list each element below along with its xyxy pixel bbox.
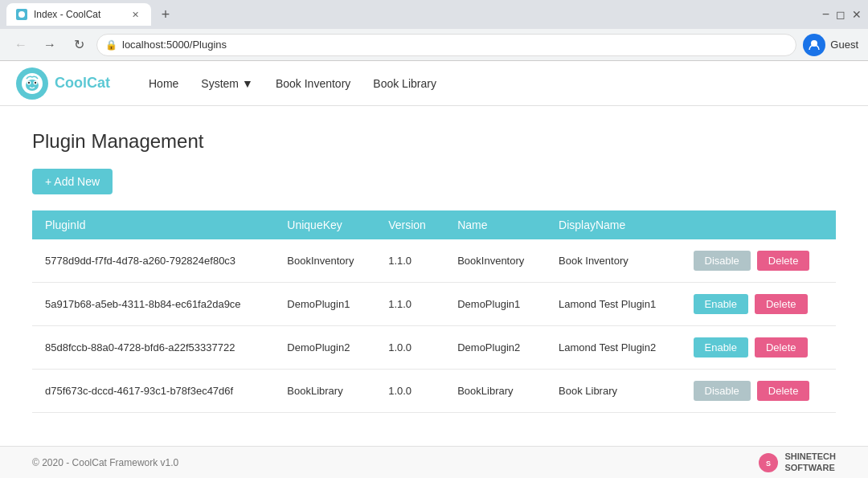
- nav-system[interactable]: System ▼: [191, 72, 263, 95]
- svg-point-0: [18, 11, 25, 18]
- enable-button[interactable]: Enable: [694, 294, 748, 314]
- url-text: localhost:5000/Plugins: [122, 39, 788, 51]
- app-navbar: CoolCat Home System ▼ Book Inventory Boo…: [0, 61, 868, 106]
- window-minimize-button[interactable]: −: [822, 8, 829, 21]
- tab-title: Index - CoolCat: [34, 9, 100, 20]
- cell-unique-key: DemoPlugin2: [274, 326, 375, 370]
- plugin-table: PluginId UniqueKey Version Name DisplayN…: [32, 210, 836, 413]
- cell-display-name: Lamond Test Plugin1: [546, 283, 680, 326]
- back-button[interactable]: ←: [10, 34, 32, 56]
- cell-name: BookInventory: [444, 239, 546, 283]
- cell-version: 1.1.0: [375, 239, 444, 283]
- nav-home[interactable]: Home: [139, 72, 188, 95]
- footer-brand: S SHINETECH SOFTWARE: [759, 451, 836, 472]
- cell-plugin-id: 5a917b68-a5eb-4311-8b84-ec61fa2da9ce: [32, 283, 274, 326]
- cell-version: 1.0.0: [375, 370, 444, 413]
- cell-version: 1.1.0: [375, 283, 444, 326]
- window-maximize-button[interactable]: ◻: [836, 9, 845, 20]
- brand-logo: [16, 67, 48, 100]
- enable-button[interactable]: Enable: [694, 337, 748, 357]
- cell-version: 1.0.0: [375, 326, 444, 370]
- nav-links: Home System ▼ Book Inventory Book Librar…: [139, 72, 446, 95]
- svg-point-6: [28, 81, 30, 83]
- new-tab-button[interactable]: +: [154, 3, 177, 26]
- delete-button[interactable]: Delete: [757, 381, 810, 401]
- tab-favicon: [16, 9, 27, 20]
- page-title: Plugin Management: [32, 130, 836, 153]
- cell-unique-key: BookInventory: [274, 239, 375, 283]
- delete-button[interactable]: Delete: [757, 251, 810, 271]
- table-row: 5a917b68-a5eb-4311-8b84-ec61fa2da9ce Dem…: [32, 283, 836, 326]
- disable-button[interactable]: Disable: [694, 381, 751, 401]
- cell-plugin-id: d75f673c-dccd-4617-93c1-b78f3ec47d6f: [32, 370, 274, 413]
- cell-name: BookLibrary: [444, 370, 546, 413]
- nav-book-inventory[interactable]: Book Inventory: [266, 72, 360, 95]
- cell-display-name: Book Library: [546, 370, 680, 413]
- brand: CoolCat: [16, 67, 110, 100]
- cell-actions: Enable Delete: [681, 326, 837, 370]
- tab-close-button[interactable]: ✕: [129, 8, 141, 21]
- delete-button[interactable]: Delete: [755, 294, 808, 314]
- cell-actions: Disable Delete: [681, 239, 837, 283]
- user-avatar[interactable]: [803, 34, 825, 56]
- cell-plugin-id: 85d8fccb-88a0-4728-bfd6-a22f53337722: [32, 326, 274, 370]
- lock-icon: 🔒: [105, 39, 117, 51]
- cell-actions: Disable Delete: [681, 370, 837, 413]
- table-row: 85d8fccb-88a0-4728-bfd6-a22f53337722 Dem…: [32, 326, 836, 370]
- forward-button[interactable]: →: [39, 34, 61, 56]
- col-plugin-id: PluginId: [32, 210, 274, 239]
- app-footer: © 2020 - CoolCat Framework v1.0 S SHINET…: [0, 446, 868, 478]
- col-display-name: DisplayName: [546, 210, 680, 239]
- cell-display-name: Lamond Test Plugin2: [546, 326, 680, 370]
- svg-text:S: S: [766, 460, 771, 468]
- delete-button[interactable]: Delete: [755, 337, 808, 357]
- footer-brand-logo: S: [759, 453, 778, 472]
- cell-display-name: Book Inventory: [546, 239, 680, 283]
- disable-button[interactable]: Disable: [694, 251, 751, 271]
- table-row: d75f673c-dccd-4617-93c1-b78f3ec47d6f Boo…: [32, 370, 836, 413]
- browser-tab[interactable]: Index - CoolCat ✕: [6, 3, 151, 26]
- table-row: 5778d9dd-f7fd-4d78-a260-792824ef80c3 Boo…: [32, 239, 836, 283]
- cell-unique-key: BookLibrary: [274, 370, 375, 413]
- footer-brand-text: SHINETECH SOFTWARE: [784, 451, 836, 472]
- add-new-button[interactable]: + Add New: [32, 169, 113, 194]
- col-name: Name: [444, 210, 546, 239]
- col-version: Version: [375, 210, 444, 239]
- col-unique-key: UniqueKey: [274, 210, 375, 239]
- reload-button[interactable]: ↻: [68, 34, 90, 56]
- col-actions: [681, 210, 837, 239]
- guest-label: Guest: [830, 39, 858, 51]
- footer-copyright: © 2020 - CoolCat Framework v1.0: [32, 457, 178, 468]
- svg-point-7: [35, 81, 36, 83]
- address-bar[interactable]: 🔒 localhost:5000/Plugins: [96, 34, 796, 56]
- brand-name: CoolCat: [55, 75, 110, 92]
- cell-name: DemoPlugin1: [444, 283, 546, 326]
- nav-book-library[interactable]: Book Library: [363, 72, 446, 95]
- cell-plugin-id: 5778d9dd-f7fd-4d78-a260-792824ef80c3: [32, 239, 274, 283]
- cell-actions: Enable Delete: [681, 283, 837, 326]
- cell-unique-key: DemoPlugin1: [274, 283, 375, 326]
- cell-name: DemoPlugin2: [444, 326, 546, 370]
- window-close-button[interactable]: ✕: [852, 9, 862, 20]
- dropdown-chevron-icon: ▼: [242, 77, 253, 90]
